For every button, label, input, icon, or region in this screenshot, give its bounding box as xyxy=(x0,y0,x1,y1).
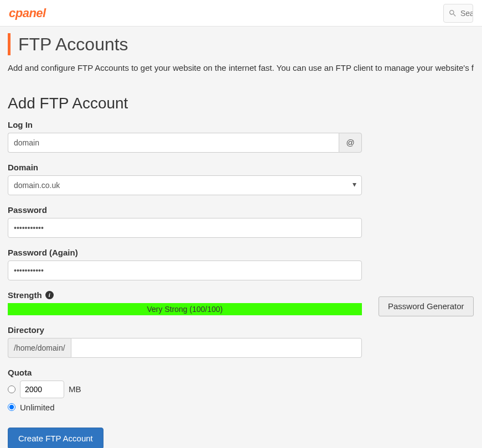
domain-label: Domain xyxy=(8,163,474,172)
quota-group: Quota MB Unlimited xyxy=(8,368,474,412)
strength-group: Strength i Very Strong (100/100) Passwor… xyxy=(8,290,474,315)
password-again-group: Password (Again) xyxy=(8,248,474,280)
password-again-label: Password (Again) xyxy=(8,248,474,257)
search-icon xyxy=(448,9,457,18)
password-generator-button[interactable]: Password Generator xyxy=(379,296,474,316)
directory-prefix: /home/domain/ xyxy=(8,338,71,358)
topbar: cPanel xyxy=(0,0,482,27)
title-accent-bar xyxy=(8,33,11,55)
quota-size-radio[interactable] xyxy=(8,386,15,393)
cpanel-logo: cPanel xyxy=(9,6,46,20)
page-title: FTP Accounts xyxy=(18,34,128,55)
search-box[interactable] xyxy=(443,4,473,23)
domain-select[interactable]: domain.co.uk xyxy=(8,175,362,195)
info-icon[interactable]: i xyxy=(45,291,54,299)
directory-input[interactable] xyxy=(71,338,362,358)
directory-label: Directory xyxy=(8,325,474,335)
login-input[interactable] xyxy=(8,133,339,153)
strength-label: Strength xyxy=(8,290,42,300)
page-body: FTP Accounts Add and configure FTP Accou… xyxy=(0,27,482,448)
quota-size-input[interactable] xyxy=(20,381,64,398)
search-input[interactable] xyxy=(460,9,473,18)
domain-group: Domain domain.co.uk xyxy=(8,163,474,195)
password-input[interactable] xyxy=(8,218,362,238)
login-label: Log In xyxy=(8,120,474,129)
strength-bar: Very Strong (100/100) xyxy=(8,303,362,315)
title-row: FTP Accounts xyxy=(8,33,474,55)
directory-group: Directory /home/domain/ xyxy=(8,325,474,358)
at-addon[interactable]: @ xyxy=(339,133,362,153)
quota-unlimited-radio[interactable] xyxy=(8,403,15,411)
password-group: Password xyxy=(8,205,474,238)
quota-unit: MB xyxy=(69,384,81,394)
password-again-input[interactable] xyxy=(8,261,362,280)
create-ftp-account-button[interactable]: Create FTP Account xyxy=(8,428,103,449)
page-description: Add and configure FTP Accounts to get yo… xyxy=(8,62,474,75)
login-group: Log In @ xyxy=(8,120,474,153)
quota-unlimited-label: Unlimited xyxy=(20,403,55,412)
section-title: Add FTP Account xyxy=(8,95,474,112)
password-label: Password xyxy=(8,205,474,215)
quota-label: Quota xyxy=(8,368,474,377)
